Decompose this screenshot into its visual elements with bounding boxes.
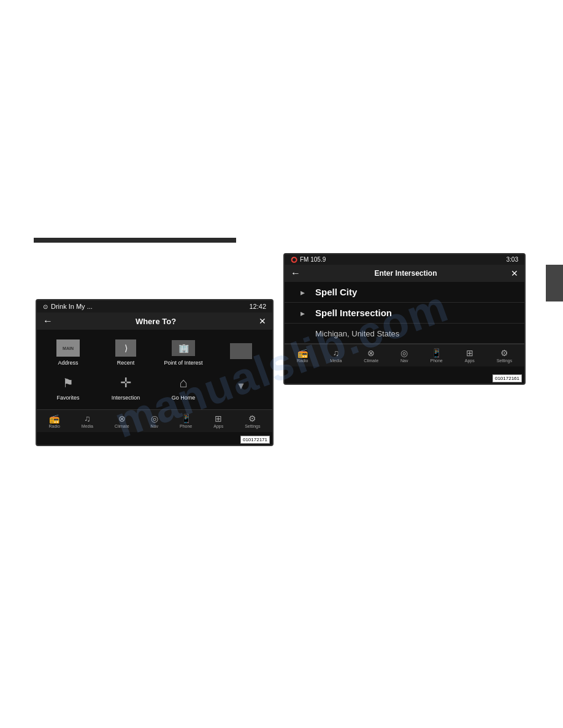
climate-icon: ⊗	[118, 414, 126, 423]
left-image-id: 010172171	[240, 436, 270, 444]
spell-city-label: Spell City	[315, 287, 357, 297]
home-icon	[173, 374, 194, 392]
signal-icon: ⭕	[291, 257, 297, 263]
right-settings-icon: ⚙	[500, 348, 508, 358]
right-screen-title: Enter Intersection	[307, 269, 505, 278]
menu-item-poi[interactable]: Point of Interest	[155, 335, 212, 370]
right-phone-label: Phone	[430, 358, 442, 363]
menu-item-address[interactable]: Address	[39, 335, 97, 370]
settings-icon: ⚙	[248, 414, 256, 423]
left-nav-phone[interactable]: 📱 Phone	[177, 412, 194, 430]
menu-item-more[interactable]	[212, 335, 270, 370]
right-settings-label: Settings	[497, 358, 512, 363]
right-nav-media[interactable]: ♫ Media	[327, 347, 344, 364]
menu-item-intersection[interactable]: Intersection	[97, 370, 155, 404]
right-radio-text: FM 105.9	[300, 256, 326, 263]
right-climate-icon: ⊗	[367, 348, 375, 358]
gohome-label: Go Home	[172, 395, 196, 401]
left-nav-nav[interactable]: ◎ Nav	[148, 412, 161, 430]
right-radio-label: Radio	[297, 358, 308, 363]
down-arrow-icon	[235, 377, 247, 395]
right-nav-bar: ← Enter Intersection ✕	[285, 265, 524, 282]
right-nav-phone[interactable]: 📱 Phone	[427, 347, 445, 364]
right-image-id: 010172161	[492, 374, 522, 382]
left-status-bar: Drink In My ... 12:42	[37, 300, 272, 313]
recent-label: Recent	[117, 360, 135, 366]
right-media-icon: ♫	[333, 348, 340, 358]
right-nav-icon: ◎	[400, 348, 408, 358]
right-nav-apps[interactable]: ⊞ Apps	[462, 347, 477, 364]
media-icon: ♫	[84, 414, 91, 423]
location-label: Michigan, United States	[315, 329, 399, 338]
poi-label: Point of Interest	[164, 360, 202, 366]
menu-item-gohome[interactable]: Go Home	[155, 370, 212, 404]
left-song-info: Drink In My ...	[43, 303, 93, 310]
screen-left: Drink In My ... 12:42 ← Where To? ✕ Addr…	[36, 299, 274, 446]
left-song-text: Drink In My ...	[51, 303, 93, 310]
right-close-button[interactable]: ✕	[511, 268, 518, 278]
right-status-bar: ⭕ FM 105.9 3:03	[285, 254, 524, 265]
left-nav-apps[interactable]: ⊞ Apps	[211, 412, 226, 430]
left-back-button[interactable]: ←	[43, 316, 53, 327]
phone-icon: 📱	[181, 414, 191, 423]
left-close-button[interactable]: ✕	[259, 316, 266, 326]
right-radio-icon: 📻	[297, 348, 308, 358]
right-media-label: Media	[330, 358, 342, 363]
right-nav-label: Nav	[400, 358, 408, 363]
left-nav-settings[interactable]: ⚙ Settings	[242, 412, 262, 430]
media-label: Media	[82, 424, 93, 428]
dark-bar	[34, 238, 236, 243]
right-back-button[interactable]: ←	[291, 268, 301, 279]
menu-item-favorites[interactable]: Favorites	[39, 370, 97, 404]
spell-intersection-icon: ▸	[297, 308, 308, 318]
left-bottom-nav: 📻 Radio ♫ Media ⊗ Climate ◎ Nav 📱 Phone …	[37, 409, 272, 432]
location-icon	[297, 328, 308, 338]
right-phone-icon: 📱	[431, 348, 442, 358]
nav-label: Nav	[151, 424, 158, 428]
poi-icon	[172, 340, 195, 356]
radio-label: Radio	[48, 424, 59, 428]
radio-icon: 📻	[49, 414, 59, 423]
right-menu-list: ▸ Spell City ▸ Spell Intersection Michig…	[285, 282, 524, 344]
left-time: 12:42	[249, 303, 266, 310]
right-radio-info: ⭕ FM 105.9	[291, 256, 326, 263]
left-nav-radio[interactable]: 📻 Radio	[46, 412, 62, 430]
climate-label: Climate	[115, 424, 129, 428]
phone-label: Phone	[180, 424, 192, 428]
right-bottom-nav: 📻 Radio ♫ Media ⊗ Climate ◎ Nav 📱 Phone …	[285, 344, 524, 366]
apps-icon: ⊞	[215, 414, 222, 423]
right-apps-icon: ⊞	[466, 348, 473, 358]
menu-spell-intersection[interactable]: ▸ Spell Intersection	[285, 303, 524, 324]
more-icon	[230, 343, 252, 359]
left-nav-climate[interactable]: ⊗ Climate	[112, 412, 132, 430]
favorites-icon	[58, 374, 79, 392]
spell-intersection-label: Spell Intersection	[315, 308, 392, 318]
menu-item-down[interactable]	[212, 370, 270, 404]
intersection-icon	[115, 374, 136, 392]
menu-item-recent[interactable]: Recent	[97, 335, 155, 370]
right-time: 3:03	[507, 256, 518, 263]
right-nav-climate[interactable]: ⊗ Climate	[361, 347, 381, 364]
address-label: Address	[58, 360, 78, 366]
right-apps-label: Apps	[465, 358, 475, 363]
right-nav-radio[interactable]: 📻 Radio	[294, 347, 310, 364]
left-screen-title: Where To?	[59, 317, 253, 326]
left-nav-media[interactable]: ♫ Media	[79, 412, 96, 430]
right-nav-nav[interactable]: ◎ Nav	[398, 347, 410, 364]
favorites-label: Favorites	[56, 395, 79, 401]
intersection-label: Intersection	[112, 395, 140, 401]
settings-label: Settings	[245, 424, 260, 428]
spell-city-icon: ▸	[297, 287, 308, 297]
nav-icon: ◎	[151, 414, 158, 423]
address-icon	[56, 339, 80, 357]
recent-icon	[115, 339, 136, 357]
right-nav-settings[interactable]: ⚙ Settings	[494, 347, 515, 364]
screen-right: ⭕ FM 105.9 3:03 ← Enter Intersection ✕ ▸…	[283, 253, 526, 385]
menu-spell-city[interactable]: ▸ Spell City	[285, 282, 524, 303]
right-climate-label: Climate	[364, 358, 378, 363]
apps-label: Apps	[213, 424, 223, 428]
left-menu-grid: Address Recent Point of Interest	[37, 330, 272, 409]
menu-location[interactable]: Michigan, United States	[285, 324, 524, 344]
left-nav-bar: ← Where To? ✕	[37, 313, 272, 330]
right-tab	[546, 265, 563, 301]
